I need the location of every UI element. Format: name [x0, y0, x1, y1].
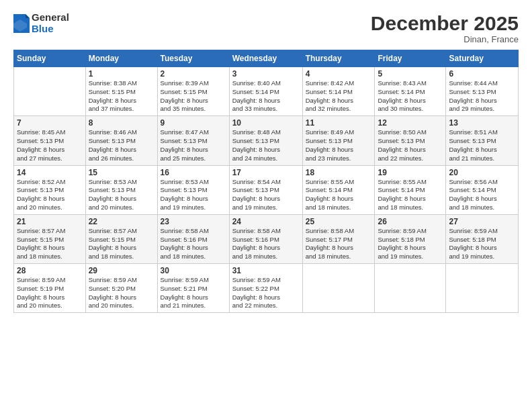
day-number: 14: [17, 168, 83, 177]
table-row: 21Sunrise: 8:57 AMSunset: 5:15 PMDayligh…: [14, 214, 86, 263]
table-row: 14Sunrise: 8:52 AMSunset: 5:13 PMDayligh…: [14, 165, 86, 214]
day-number: 11: [306, 118, 372, 128]
day-info-line: Sunset: 5:13 PM: [378, 137, 443, 146]
day-info-line: Sunrise: 8:59 AM: [17, 276, 83, 285]
day-info-line: and 19 minutes.: [161, 203, 226, 212]
day-number: 25: [306, 217, 372, 226]
svg-marker-1: [26, 14, 30, 18]
table-row: 2Sunrise: 8:39 AMSunset: 5:15 PMDaylight…: [157, 67, 229, 116]
day-number: 12: [378, 118, 443, 128]
table-row: [446, 264, 519, 313]
day-info-line: and 35 minutes.: [161, 105, 226, 113]
day-info-line: Sunrise: 8:40 AM: [232, 79, 300, 88]
col-friday: Friday: [375, 50, 446, 67]
day-info-line: Sunrise: 8:46 AM: [89, 128, 154, 137]
day-info-line: and 27 minutes.: [17, 154, 83, 163]
table-row: 9Sunrise: 8:47 AMSunset: 5:13 PMDaylight…: [157, 116, 229, 165]
day-info-line: Daylight: 8 hours: [232, 97, 300, 105]
day-number: 13: [449, 118, 515, 128]
day-info-line: and 23 minutes.: [306, 154, 372, 163]
table-row: 12Sunrise: 8:50 AMSunset: 5:13 PMDayligh…: [375, 116, 446, 165]
day-info-line: Sunrise: 8:49 AM: [306, 128, 372, 137]
day-info-line: Sunrise: 8:38 AM: [89, 79, 154, 88]
day-number: 20: [449, 168, 515, 177]
col-wednesday: Wednesday: [229, 50, 302, 67]
day-number: 10: [232, 118, 300, 128]
day-info-line: and 18 minutes.: [378, 203, 443, 212]
col-tuesday: Tuesday: [157, 50, 229, 67]
day-info-line: Daylight: 8 hours: [17, 146, 83, 154]
day-info-line: Sunset: 5:14 PM: [306, 88, 372, 97]
day-info-line: and 18 minutes.: [306, 253, 372, 261]
day-info-line: Daylight: 8 hours: [449, 195, 515, 203]
day-number: 3: [232, 69, 300, 79]
day-info-line: Sunrise: 8:52 AM: [17, 178, 83, 187]
weekday-header-row: Sunday Monday Tuesday Wednesday Thursday…: [14, 50, 519, 67]
day-number: 23: [161, 217, 226, 226]
day-number: 5: [378, 69, 443, 79]
table-row: 7Sunrise: 8:45 AMSunset: 5:13 PMDaylight…: [14, 116, 86, 165]
day-info-line: and 20 minutes.: [17, 302, 83, 310]
day-info-line: Sunrise: 8:47 AM: [161, 128, 226, 137]
day-info-line: and 20 minutes.: [89, 302, 154, 310]
table-row: 15Sunrise: 8:53 AMSunset: 5:13 PMDayligh…: [85, 165, 157, 214]
table-row: 27Sunrise: 8:59 AMSunset: 5:18 PMDayligh…: [446, 214, 519, 263]
day-info-line: Sunset: 5:19 PM: [17, 285, 83, 293]
day-info-line: Sunrise: 8:59 AM: [449, 227, 515, 236]
day-info-line: and 19 minutes.: [232, 203, 300, 212]
table-row: 20Sunrise: 8:56 AMSunset: 5:14 PMDayligh…: [446, 165, 519, 214]
day-info-line: Daylight: 8 hours: [306, 195, 372, 203]
calendar-week-row: 7Sunrise: 8:45 AMSunset: 5:13 PMDaylight…: [14, 116, 519, 165]
day-info-line: Daylight: 8 hours: [306, 97, 372, 105]
day-info-line: and 22 minutes.: [378, 154, 443, 163]
header: General Blue December 2025 Dinan, France: [13, 12, 519, 44]
day-info-line: Sunrise: 8:48 AM: [232, 128, 300, 137]
day-info-line: Sunset: 5:13 PM: [17, 186, 83, 195]
day-info-line: Sunset: 5:18 PM: [449, 236, 515, 244]
day-info-line: Sunrise: 8:56 AM: [449, 178, 515, 187]
day-info-line: Daylight: 8 hours: [449, 244, 515, 253]
day-info-line: Sunset: 5:16 PM: [161, 236, 226, 244]
day-info-line: Sunrise: 8:53 AM: [89, 178, 154, 187]
day-number: 8: [89, 118, 154, 128]
day-info-line: Sunrise: 8:58 AM: [306, 227, 372, 236]
day-info-line: Daylight: 8 hours: [89, 293, 154, 302]
day-info-line: and 18 minutes.: [161, 253, 226, 261]
day-info-line: Sunrise: 8:55 AM: [306, 178, 372, 187]
day-info-line: Daylight: 8 hours: [378, 195, 443, 203]
day-info-line: and 18 minutes.: [17, 253, 83, 261]
day-info-line: Sunset: 5:16 PM: [232, 236, 300, 244]
calendar: Sunday Monday Tuesday Wednesday Thursday…: [13, 50, 519, 313]
table-row: 18Sunrise: 8:55 AMSunset: 5:14 PMDayligh…: [302, 165, 375, 214]
day-number: 19: [378, 168, 443, 177]
day-info-line: Sunset: 5:14 PM: [306, 186, 372, 195]
day-info-line: Sunset: 5:15 PM: [17, 236, 83, 244]
day-info-line: Sunset: 5:14 PM: [449, 186, 515, 195]
table-row: 19Sunrise: 8:55 AMSunset: 5:14 PMDayligh…: [375, 165, 446, 214]
day-info-line: and 18 minutes.: [89, 253, 154, 261]
day-number: 17: [232, 168, 300, 177]
day-info-line: Daylight: 8 hours: [161, 146, 226, 154]
day-info-line: and 26 minutes.: [89, 154, 154, 163]
day-info-line: Sunset: 5:13 PM: [232, 137, 300, 146]
day-info-line: and 21 minutes.: [161, 302, 226, 310]
day-info-line: Daylight: 8 hours: [89, 195, 154, 203]
day-number: 18: [306, 168, 372, 177]
calendar-week-row: 28Sunrise: 8:59 AMSunset: 5:19 PMDayligh…: [14, 264, 519, 313]
day-info-line: Sunset: 5:14 PM: [378, 186, 443, 195]
table-row: 26Sunrise: 8:59 AMSunset: 5:18 PMDayligh…: [375, 214, 446, 263]
day-info-line: Sunset: 5:15 PM: [89, 236, 154, 244]
day-info-line: Sunset: 5:13 PM: [161, 137, 226, 146]
day-info-line: Sunset: 5:13 PM: [89, 186, 154, 195]
table-row: 3Sunrise: 8:40 AMSunset: 5:14 PMDaylight…: [229, 67, 302, 116]
day-info-line: Daylight: 8 hours: [17, 195, 83, 203]
day-info-line: and 24 minutes.: [232, 154, 300, 163]
day-info-line: Sunrise: 8:43 AM: [378, 79, 443, 88]
day-info-line: Daylight: 8 hours: [232, 146, 300, 154]
day-info-line: and 29 minutes.: [449, 105, 515, 113]
calendar-week-row: 21Sunrise: 8:57 AMSunset: 5:15 PMDayligh…: [14, 214, 519, 263]
day-info-line: Sunset: 5:13 PM: [161, 186, 226, 195]
day-info-line: Daylight: 8 hours: [449, 146, 515, 154]
table-row: 10Sunrise: 8:48 AMSunset: 5:13 PMDayligh…: [229, 116, 302, 165]
day-number: 30: [161, 266, 226, 275]
